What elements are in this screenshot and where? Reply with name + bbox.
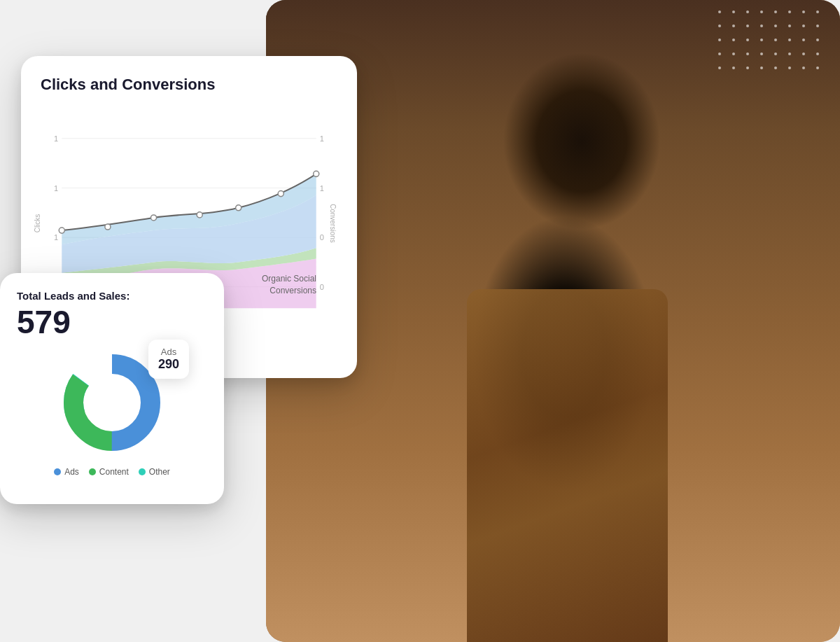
legend-color-other: [139, 468, 146, 475]
legend-item-content: Content: [89, 467, 129, 477]
dot: [788, 67, 791, 69]
donut-legend: Ads Content Other: [17, 467, 207, 477]
dot: [802, 25, 805, 27]
svg-text:0: 0: [320, 233, 324, 242]
dot: [746, 39, 749, 41]
dot: [746, 11, 749, 13]
dot-pattern: [718, 11, 826, 76]
dot: [774, 25, 777, 27]
dot: [732, 53, 735, 55]
dot: [760, 11, 763, 13]
dot: [732, 11, 735, 13]
clicks-card-title: Clicks and Conversions: [41, 76, 337, 94]
organic-social-label: Organic SocialConversions: [262, 273, 316, 297]
legend-color-content: [89, 468, 96, 475]
legend-label-ads: Ads: [64, 467, 79, 477]
y-axis-right-label: Conversions: [330, 204, 337, 243]
donut-tooltip: Ads 290: [148, 340, 189, 379]
dot: [802, 67, 805, 69]
svg-text:0: 0: [320, 283, 324, 291]
dot: [746, 67, 749, 69]
svg-point-21: [84, 375, 140, 431]
dot: [816, 39, 819, 41]
apron: [467, 289, 668, 642]
legend-item-ads: Ads: [54, 467, 79, 477]
dot: [816, 25, 819, 27]
dot: [788, 25, 791, 27]
dot: [718, 67, 721, 69]
dot: [760, 67, 763, 69]
svg-point-11: [59, 228, 64, 233]
dot: [718, 11, 721, 13]
dot: [732, 67, 735, 69]
dot: [718, 39, 721, 41]
leads-total-number: 579: [17, 306, 207, 338]
dot: [760, 53, 763, 55]
leads-card-title: Total Leads and Sales:: [17, 290, 207, 302]
dot: [788, 53, 791, 55]
svg-point-12: [105, 224, 111, 230]
dot: [788, 11, 791, 13]
dot: [732, 39, 735, 41]
y-axis-left-label: Clicks: [34, 214, 41, 233]
svg-text:1: 1: [54, 184, 58, 193]
leads-sales-card: Total Leads and Sales: 579 Ads 29: [0, 273, 224, 504]
dot: [802, 53, 805, 55]
svg-point-15: [236, 205, 241, 211]
svg-point-17: [314, 171, 319, 176]
dot: [816, 53, 819, 55]
dot: [774, 11, 777, 13]
svg-text:1: 1: [320, 134, 324, 143]
legend-label-content: Content: [99, 467, 129, 477]
dot: [718, 25, 721, 27]
dot: [746, 25, 749, 27]
scene: Clicks and Conversions Clicks Conversion…: [0, 0, 840, 642]
dot: [802, 11, 805, 13]
dot: [788, 39, 791, 41]
svg-text:1: 1: [320, 184, 324, 193]
legend-item-other: Other: [139, 467, 170, 477]
dot: [760, 39, 763, 41]
tooltip-value: 290: [158, 357, 179, 372]
svg-point-14: [197, 212, 202, 218]
dot: [816, 11, 819, 13]
dot: [718, 53, 721, 55]
donut-chart-container: Ads 290: [56, 347, 168, 459]
svg-point-13: [150, 215, 156, 221]
dot: [774, 39, 777, 41]
svg-point-16: [278, 191, 284, 197]
legend-color-ads: [54, 468, 61, 475]
svg-text:1: 1: [54, 134, 58, 143]
dot: [774, 67, 777, 69]
tooltip-label: Ads: [158, 347, 179, 357]
legend-label-other: Other: [149, 467, 170, 477]
dot: [732, 25, 735, 27]
dot: [802, 39, 805, 41]
dot: [774, 53, 777, 55]
svg-text:1: 1: [54, 233, 58, 242]
dot: [746, 53, 749, 55]
dot: [816, 67, 819, 69]
dot: [760, 25, 763, 27]
